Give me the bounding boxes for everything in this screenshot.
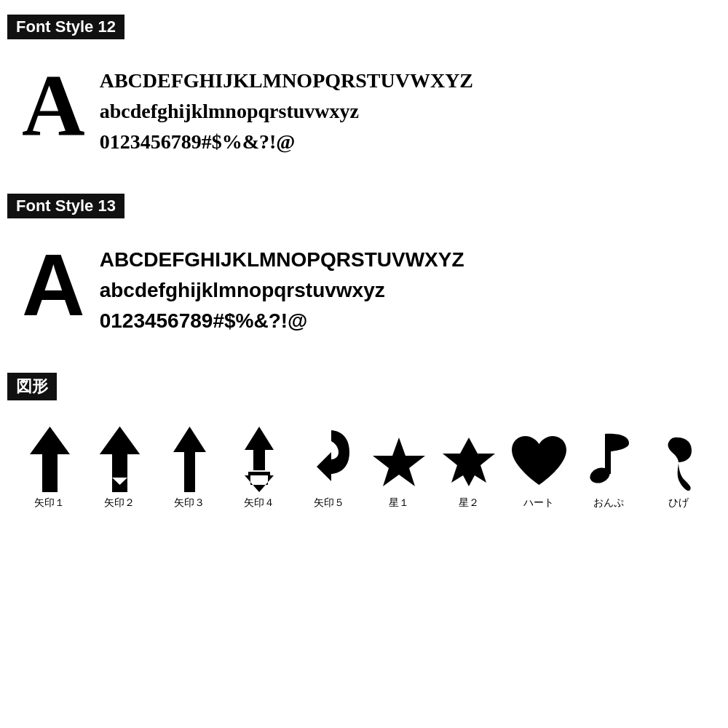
music-icon: [589, 430, 629, 492]
arrow2-icon: [100, 427, 140, 492]
font-13-big-letter: A: [22, 241, 85, 328]
font-13-lowercase: abcdefghijklmnopqrstuvwxyz: [100, 275, 464, 306]
star2-icon: [440, 434, 498, 492]
font-style-13-section: Font Style 13 A ABCDEFGHIJKLMNOPQRSTUVWX…: [7, 194, 721, 351]
arrow5-label: 矢印５: [314, 496, 344, 510]
font-style-12-section: Font Style 12 A ABCDEFGHIJKLMNOPQRSTUVWX…: [7, 15, 721, 172]
shape-mustache: ひげ: [646, 430, 711, 510]
shapes-row: 矢印１ 矢印２: [7, 412, 721, 510]
font-13-uppercase: ABCDEFGHIJKLMNOPQRSTUVWXYZ: [100, 245, 464, 275]
heart-label: ハート: [523, 496, 554, 510]
arrow3-icon: [173, 427, 206, 492]
shape-arrow4: 矢印４: [226, 427, 292, 510]
shape-music: おんぷ: [576, 430, 641, 510]
star1-label: 星１: [389, 496, 409, 510]
arrow3-label: 矢印３: [174, 496, 205, 510]
font-style-13-label: Font Style 13: [7, 194, 124, 218]
zukei-label: 図形: [7, 373, 57, 400]
font-13-chars: ABCDEFGHIJKLMNOPQRSTUVWXYZ abcdefghijklm…: [100, 237, 464, 336]
svg-marker-0: [30, 427, 70, 492]
font-12-demo: A ABCDEFGHIJKLMNOPQRSTUVWXYZ abcdefghijk…: [7, 51, 721, 172]
shape-arrow1: 矢印１: [17, 427, 82, 510]
page: Font Style 12 A ABCDEFGHIJKLMNOPQRSTUVWX…: [0, 0, 728, 524]
arrow1-icon: [30, 427, 70, 492]
svg-marker-4: [173, 427, 206, 492]
font-12-chars: ABCDEFGHIJKLMNOPQRSTUVWXYZ abcdefghijklm…: [100, 58, 473, 157]
svg-marker-7: [245, 475, 274, 492]
arrow1-label: 矢印１: [34, 496, 65, 510]
arrow2-label: 矢印２: [104, 496, 135, 510]
font-12-big-letter: A: [22, 62, 85, 149]
svg-rect-6: [248, 472, 270, 475]
font-13-numbers: 0123456789#$%&?!@: [100, 306, 464, 336]
heart-icon: [508, 434, 570, 492]
mustache-label: ひげ: [668, 496, 689, 510]
star2-label: 星２: [459, 496, 479, 510]
font-12-uppercase: ABCDEFGHIJKLMNOPQRSTUVWXYZ: [100, 66, 473, 96]
font-style-12-label: Font Style 12: [7, 15, 124, 39]
mustache-icon: [662, 430, 695, 492]
font-12-lowercase: abcdefghijklmnopqrstuvwxyz: [100, 96, 473, 127]
music-label: おんぷ: [593, 496, 624, 510]
arrow5-icon: [309, 427, 349, 492]
shape-star1: 星１: [366, 434, 432, 510]
svg-marker-5: [245, 427, 274, 470]
svg-marker-8: [373, 438, 425, 486]
shape-arrow3: 矢印３: [157, 427, 222, 510]
font-12-numbers: 0123456789#$%&?!@: [100, 127, 473, 157]
shape-star2: 星２: [436, 434, 502, 510]
font-13-demo: A ABCDEFGHIJKLMNOPQRSTUVWXYZ abcdefghijk…: [7, 230, 721, 351]
arrow4-label: 矢印４: [244, 496, 274, 510]
zukei-section: 図形 矢印１: [7, 373, 721, 510]
shape-arrow5: 矢印５: [296, 427, 362, 510]
star1-icon: [370, 434, 428, 492]
svg-marker-11: [456, 440, 482, 464]
shape-heart: ハート: [506, 434, 571, 510]
arrow4-icon: [245, 427, 274, 492]
shape-arrow2: 矢印２: [87, 427, 152, 510]
